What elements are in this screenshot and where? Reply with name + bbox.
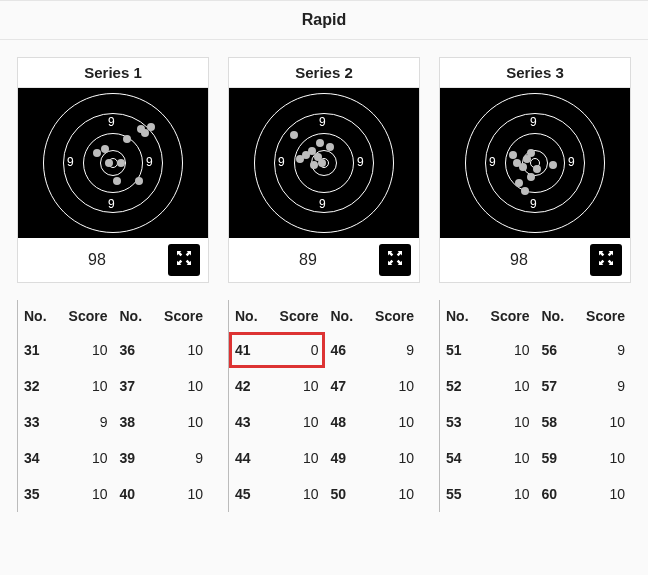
series-total: 89 [237, 251, 379, 269]
shot-marker [290, 131, 298, 139]
score-table: No.Score51105210531054105510No.Score5695… [439, 300, 631, 512]
shot-score: 10 [488, 404, 536, 440]
col-header-score: Score [63, 300, 114, 332]
shot-no: 45 [229, 476, 277, 512]
table-row: 3110 [18, 332, 114, 368]
shot-no: 42 [229, 368, 277, 404]
score-table: No.Score3110321033934103510No.Score36103… [17, 300, 209, 512]
shot-no: 54 [440, 440, 488, 476]
table-row: 5410 [440, 440, 536, 476]
col-header-no: No. [18, 300, 63, 332]
shot-score: 10 [372, 404, 420, 440]
table-row: 399 [114, 440, 210, 476]
shot-score: 9 [583, 368, 631, 404]
table-row: 5910 [536, 440, 632, 476]
shot-marker [123, 135, 131, 143]
series-total: 98 [26, 251, 168, 269]
series-card: Series 3999998 [439, 57, 631, 283]
table-row: 469 [325, 332, 421, 368]
ring-label: 9 [108, 197, 115, 211]
table-row: 579 [536, 368, 632, 404]
shot-no: 51 [440, 332, 488, 368]
shot-score: 9 [161, 440, 209, 476]
shot-score: 10 [488, 476, 536, 512]
shot-marker [296, 155, 304, 163]
shot-score: 10 [488, 332, 536, 368]
ring-label: 9 [530, 115, 537, 129]
shot-score: 9 [372, 332, 420, 368]
shot-score: 10 [583, 440, 631, 476]
shot-no: 59 [536, 440, 584, 476]
shot-score: 0 [277, 332, 325, 368]
shot-no: 48 [325, 404, 373, 440]
tables-row: No.Score3110321033934103510No.Score36103… [0, 300, 648, 512]
shot-marker [326, 143, 334, 151]
shot-no: 37 [114, 368, 162, 404]
series-row: Series 1999998Series 2999989Series 39999… [0, 40, 648, 300]
shot-no: 36 [114, 332, 162, 368]
shot-marker [314, 153, 322, 161]
col-header-no: No. [440, 300, 485, 332]
ring-label: 9 [278, 155, 285, 169]
shot-no: 40 [114, 476, 162, 512]
shot-no: 32 [18, 368, 66, 404]
shot-score: 10 [372, 368, 420, 404]
score-table: No.Score4104210431044104510No.Score46947… [228, 300, 420, 512]
ring-label: 9 [319, 197, 326, 211]
series-title: Series 3 [440, 58, 630, 88]
ring-label: 9 [67, 155, 74, 169]
table-row: 4210 [229, 368, 325, 404]
shot-no: 49 [325, 440, 373, 476]
ring-label: 9 [146, 155, 153, 169]
expand-button[interactable] [168, 244, 200, 276]
table-row: 6010 [536, 476, 632, 512]
shot-no: 44 [229, 440, 277, 476]
series-total: 98 [448, 251, 590, 269]
col-header-no: No. [536, 300, 581, 332]
ring-label: 9 [108, 115, 115, 129]
col-header-no: No. [229, 300, 274, 332]
expand-button[interactable] [590, 244, 622, 276]
shot-marker [515, 179, 523, 187]
col-header-no: No. [325, 300, 370, 332]
target: 9999 [18, 88, 208, 238]
table-row: 5510 [440, 476, 536, 512]
shot-no: 43 [229, 404, 277, 440]
shot-score: 10 [277, 404, 325, 440]
expand-button[interactable] [379, 244, 411, 276]
shot-marker [509, 151, 517, 159]
shot-no: 39 [114, 440, 162, 476]
table-row: 569 [536, 332, 632, 368]
table-row: 4710 [325, 368, 421, 404]
col-header-score: Score [274, 300, 325, 332]
shot-marker [137, 125, 145, 133]
table-row: 5810 [536, 404, 632, 440]
col-header-no: No. [114, 300, 159, 332]
shot-marker [527, 173, 535, 181]
table-row: 4010 [114, 476, 210, 512]
series-title: Series 1 [18, 58, 208, 88]
table-row: 5010 [325, 476, 421, 512]
shot-no: 50 [325, 476, 373, 512]
ring-label: 9 [489, 155, 496, 169]
shot-no: 35 [18, 476, 66, 512]
shot-no: 38 [114, 404, 162, 440]
shot-marker [533, 165, 541, 173]
col-header-score: Score [485, 300, 536, 332]
table-row: 5110 [440, 332, 536, 368]
shot-marker [105, 159, 113, 167]
shot-no: 53 [440, 404, 488, 440]
table-row: 339 [18, 404, 114, 440]
shot-no: 34 [18, 440, 66, 476]
shot-no: 41 [229, 332, 277, 368]
shot-no: 58 [536, 404, 584, 440]
shot-marker [117, 159, 125, 167]
table-row: 4910 [325, 440, 421, 476]
col-header-score: Score [369, 300, 420, 332]
table-row: 410 [229, 332, 325, 368]
shot-score: 10 [277, 368, 325, 404]
shot-no: 57 [536, 368, 584, 404]
expand-icon [177, 251, 191, 269]
shot-score: 10 [583, 476, 631, 512]
shot-score: 10 [277, 440, 325, 476]
